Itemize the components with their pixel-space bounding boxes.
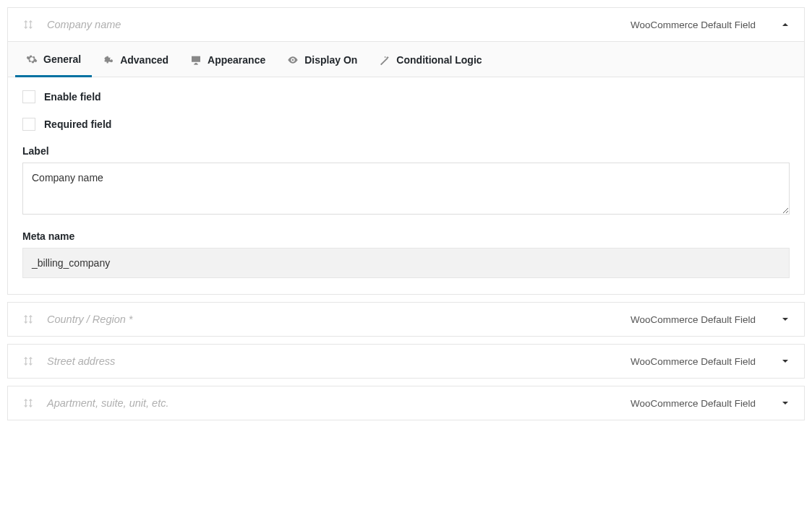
drag-icon[interactable] bbox=[22, 355, 34, 367]
tab-conditional-logic[interactable]: Conditional Logic bbox=[368, 42, 492, 77]
gears-icon bbox=[103, 54, 114, 66]
field-header-street-address[interactable]: Street address WooCommerce Default Field bbox=[8, 345, 804, 378]
enable-field-row: Enable field bbox=[22, 90, 790, 103]
tabs-bar: General Advanced Appearance Display On C… bbox=[8, 41, 804, 77]
expand-icon[interactable] bbox=[781, 315, 790, 324]
drag-icon[interactable] bbox=[22, 19, 34, 30]
drag-icon[interactable] bbox=[22, 397, 34, 409]
field-title: Country / Region * bbox=[47, 314, 631, 325]
field-type-label: WooCommerce Default Field bbox=[631, 356, 756, 367]
expand-icon[interactable] bbox=[781, 399, 790, 407]
tab-label: General bbox=[43, 53, 81, 65]
field-card-country-region: Country / Region * WooCommerce Default F… bbox=[7, 302, 805, 337]
tab-label: Advanced bbox=[120, 54, 168, 66]
field-type-label: WooCommerce Default Field bbox=[631, 20, 756, 30]
field-header-company-name[interactable]: Company name WooCommerce Default Field bbox=[8, 8, 804, 41]
required-field-row: Required field bbox=[22, 118, 790, 131]
monitor-icon bbox=[190, 54, 202, 66]
gear-icon bbox=[26, 53, 38, 65]
field-type-label: WooCommerce Default Field bbox=[631, 314, 756, 325]
enable-field-label: Enable field bbox=[44, 91, 101, 103]
field-title: Apartment, suite, unit, etc. bbox=[47, 397, 631, 409]
field-title: Company name bbox=[47, 19, 631, 30]
field-card-apartment: Apartment, suite, unit, etc. WooCommerce… bbox=[7, 386, 805, 420]
tab-label: Conditional Logic bbox=[396, 54, 482, 66]
field-header-country-region[interactable]: Country / Region * WooCommerce Default F… bbox=[8, 303, 804, 336]
label-input[interactable] bbox=[22, 163, 790, 215]
field-card-company-name: Company name WooCommerce Default Field G… bbox=[7, 7, 805, 295]
drag-icon[interactable] bbox=[22, 314, 34, 325]
required-field-checkbox[interactable] bbox=[22, 118, 35, 131]
field-type-label: WooCommerce Default Field bbox=[631, 398, 756, 409]
tab-advanced[interactable]: Advanced bbox=[92, 42, 179, 77]
panel-body: Enable field Required field Label Meta n… bbox=[8, 77, 804, 294]
required-field-label: Required field bbox=[44, 118, 111, 130]
field-title: Street address bbox=[47, 355, 631, 367]
meta-name-input: _billing_company bbox=[22, 248, 790, 278]
tab-display-on[interactable]: Display On bbox=[276, 42, 368, 77]
tab-general[interactable]: General bbox=[15, 42, 92, 77]
wand-icon bbox=[379, 54, 390, 66]
expand-icon[interactable] bbox=[781, 357, 790, 366]
tab-label: Display On bbox=[304, 54, 357, 66]
field-header-apartment[interactable]: Apartment, suite, unit, etc. WooCommerce… bbox=[8, 386, 804, 420]
collapse-icon[interactable] bbox=[781, 20, 790, 29]
label-group: Label bbox=[22, 145, 790, 217]
meta-name-label: Meta name bbox=[22, 230, 790, 242]
tab-label: Appearance bbox=[208, 54, 265, 66]
tab-appearance[interactable]: Appearance bbox=[179, 42, 276, 77]
enable-field-checkbox[interactable] bbox=[22, 90, 35, 103]
field-card-street-address: Street address WooCommerce Default Field bbox=[7, 344, 805, 379]
label-field-label: Label bbox=[22, 145, 790, 157]
meta-name-group: Meta name _billing_company bbox=[22, 230, 790, 278]
eye-icon bbox=[287, 54, 299, 66]
